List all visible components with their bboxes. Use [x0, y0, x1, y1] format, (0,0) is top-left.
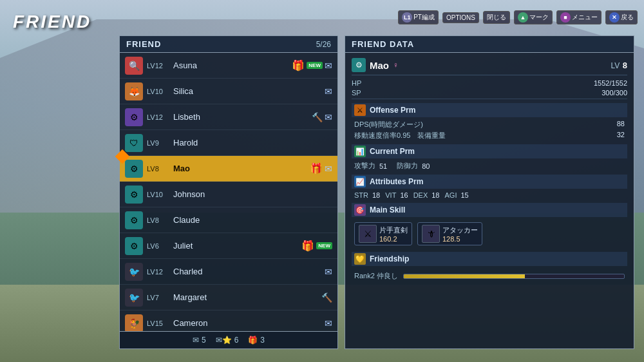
friend-icon-juliet: ⚙	[125, 237, 143, 255]
friend-list: 🔍 LV12 Asuna 🎁 NEW ✉ 🦊 LV10 Silica ✉	[120, 53, 337, 331]
friend-list-panel: FRIEND 5/26 🔍 LV12 Asuna 🎁 NEW ✉ 🦊 LV10 …	[119, 35, 338, 349]
char-name-row: ⚙ Mao ♀ LV 8	[352, 58, 627, 75]
current-stats: 攻撃力 51 防御力 80	[352, 161, 627, 171]
friendship-icon: 💛	[354, 253, 366, 265]
friend-item-margaret[interactable]: 🐦 LV7 Margaret 🔨	[120, 285, 337, 310]
friend-level-juliet: LV6	[147, 242, 169, 250]
dps-row: DPS(時間総ダメージ) 88	[354, 120, 625, 129]
friend-icon-harold: 🛡	[125, 134, 143, 152]
mail-icon-silica: ✉	[325, 86, 332, 97]
hammer-icon-margaret: 🔨	[321, 292, 332, 303]
rank-bar-bg	[403, 274, 625, 279]
tri-icon: ▲	[518, 12, 528, 23]
friend-level-johnson: LV10	[147, 191, 169, 198]
hp-row: HP 1552/1552	[352, 79, 627, 87]
options-badge[interactable]: OPTIONS	[442, 12, 479, 23]
mail-icon-cameron: ✉	[325, 318, 332, 329]
gift-icon-asuna: 🎁	[292, 59, 305, 71]
friend-level-charled: LV12	[147, 268, 169, 276]
vit-pair: VIT 16	[385, 191, 408, 199]
friend-name-mao: Mao	[173, 164, 306, 173]
friend-item-cameron[interactable]: 🐓 LV15 Cameron ✉	[120, 310, 337, 331]
skill-name-1: 片手直剣	[379, 225, 408, 235]
pt-label: PT編成	[413, 13, 435, 22]
friend-item-charled[interactable]: 🐦 LV12 Charled ✉	[120, 259, 337, 285]
friend-level-lisbeth: LV12	[147, 113, 169, 121]
friend-name-juliet: Juliet	[173, 241, 298, 251]
sp-label: SP	[352, 89, 371, 97]
mail-star-footer-icon: ✉⭐	[216, 336, 232, 345]
friend-badges-margaret: 🔨	[321, 292, 332, 303]
options-label: OPTIONS	[446, 14, 475, 21]
dex-label: DEX	[413, 191, 428, 199]
friend-name-claude: Claude	[173, 215, 328, 225]
friend-item-lisbeth[interactable]: ⚙ LV12 Lisbeth 🔨 ✉	[120, 104, 337, 130]
sq-icon: ■	[560, 12, 571, 23]
attr-icon: 📈	[354, 176, 366, 187]
offense-stats: DPS(時間総ダメージ) 88 移動速度倍率0.95 装備重量 32	[352, 120, 627, 140]
friendship-title: Friendship	[370, 254, 409, 263]
skill-title: Main Skill	[370, 205, 405, 214]
panels-container: FRIEND 5/26 🔍 LV12 Asuna 🎁 NEW ✉ 🦊 LV10 …	[119, 35, 634, 349]
mark-badge[interactable]: ▲ マーク	[514, 10, 553, 24]
char-name-left: ⚙ Mao ♀	[352, 58, 399, 72]
current-title: Current Prm	[370, 147, 415, 156]
skill-icon-2: 🗡	[422, 225, 440, 243]
skill-row: ⚔ 片手直剣 160.2 🗡 アタッカー 128.5	[352, 220, 627, 248]
mark-label: マーク	[529, 13, 549, 22]
friend-level-cameron: LV15	[147, 319, 169, 327]
menu-badge[interactable]: ■ メニュー	[556, 10, 601, 24]
top-buttons: L1 PT編成 OPTIONS 閉じる ▲ マーク ■ メニュー ✕ 戻る	[398, 10, 638, 24]
footer-mail-star: ✉⭐ 6	[216, 336, 239, 345]
dps-val: 88	[617, 120, 625, 129]
str-label: STR	[354, 191, 368, 199]
friend-icon-cameron: 🐓	[125, 314, 143, 332]
l1-badge: L1 PT編成	[398, 10, 439, 24]
friend-badges-juliet: 🎁 NEW	[301, 240, 332, 252]
friend-item-mao[interactable]: ⚙ LV8 Mao 🎁 ✉	[120, 156, 337, 182]
friend-name-johnson: Johnson	[173, 189, 328, 199]
mail-star-footer-count: 6	[234, 336, 239, 345]
friend-item-juliet[interactable]: ⚙ LV6 Juliet 🎁 NEW	[120, 233, 337, 259]
friend-icon-asuna: 🔍	[125, 57, 143, 75]
skill-item-1: ⚔ 片手直剣 160.2	[354, 222, 412, 245]
friend-badges-silica: ✉	[325, 86, 332, 97]
rank-text: Rank2 仲良し	[354, 271, 398, 281]
friend-badges-charled: ✉	[325, 267, 332, 277]
friend-icon-lisbeth: ⚙	[125, 108, 143, 126]
current-icon: 📊	[354, 146, 366, 157]
agi-val: 15	[460, 191, 468, 199]
vit-label: VIT	[385, 191, 396, 199]
friend-item-silica[interactable]: 🦊 LV10 Silica ✉	[120, 79, 337, 104]
gift-footer-count: 3	[260, 336, 265, 345]
friend-level-claude: LV8	[147, 216, 169, 224]
back-badge[interactable]: ✕ 戻る	[605, 10, 638, 24]
back-label: 戻る	[621, 13, 634, 22]
char-gender: ♀	[393, 61, 399, 70]
friend-icon-margaret: 🐦	[125, 289, 143, 307]
friend-icon-charled: 🐦	[125, 263, 143, 281]
str-pair: STR 18	[354, 191, 380, 199]
char-lv-num: 8	[623, 61, 627, 70]
friendship-rank: Rank2 仲良し	[354, 271, 625, 281]
char-lv-label: LV	[611, 61, 620, 70]
char-icon: ⚙	[352, 58, 366, 72]
sp-value: 300/300	[371, 89, 627, 97]
friend-item-harold[interactable]: 🛡 LV9 Harold	[120, 130, 337, 156]
footer-mail: ✉ 5	[193, 336, 206, 345]
friend-badges-mao: 🎁 ✉	[310, 162, 332, 175]
friend-list-header: FRIEND 5/26	[120, 36, 337, 53]
friend-item-asuna[interactable]: 🔍 LV12 Asuna 🎁 NEW ✉	[120, 53, 337, 79]
skill-name-2: アタッカー	[442, 225, 478, 235]
friend-level-margaret: LV7	[147, 294, 169, 301]
friend-data-title: FRIEND DATA	[352, 39, 414, 49]
mail-icon-mao: ✉	[325, 164, 332, 174]
char-lv-container: LV 8	[611, 59, 627, 71]
hammer-icon-lisbeth: 🔨	[312, 112, 323, 122]
friend-item-johnson[interactable]: ⚙ LV10 Johnson	[120, 182, 337, 207]
vit-val: 16	[400, 191, 408, 199]
friend-name-cameron: Cameron	[173, 318, 321, 328]
mail-footer-count: 5	[202, 336, 206, 345]
friend-item-claude[interactable]: ⚙ LV8 Claude	[120, 207, 337, 233]
mail-icon-asuna: ✉	[325, 61, 332, 71]
